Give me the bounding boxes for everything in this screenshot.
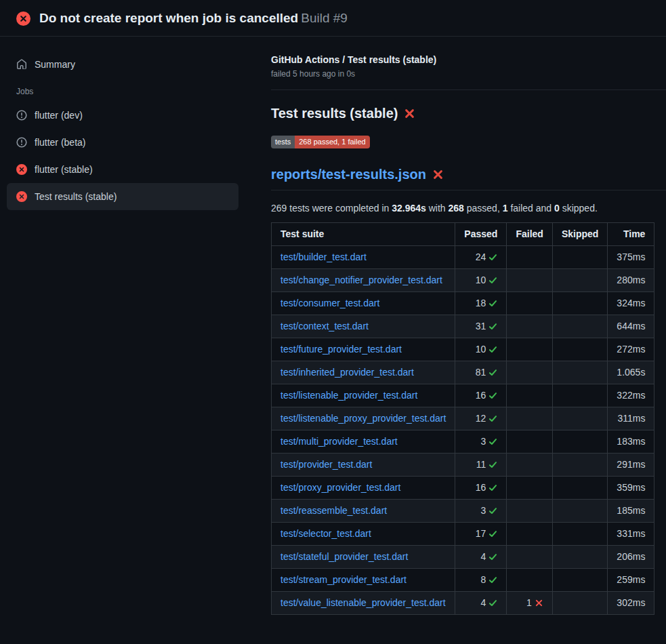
failed-cell [507, 430, 552, 454]
sidebar-item-summary[interactable]: Summary [7, 52, 238, 77]
suite-cell: test/selector_test.dart [272, 523, 455, 546]
skipped-cell [552, 246, 607, 269]
table-row: test/listenable_provider_test.dart16322m… [272, 384, 654, 407]
sidebar-item-label: Test results (stable) [35, 191, 117, 202]
skipped-cell [552, 569, 607, 592]
test-suite-link[interactable]: test/inherited_provider_test.dart [280, 367, 414, 378]
sidebar-item-flutter-dev[interactable]: flutter (dev) [7, 102, 238, 129]
test-suite-link[interactable]: test/stateful_provider_test.dart [280, 551, 408, 562]
sidebar-item-flutter-stable[interactable]: flutter (stable) [7, 156, 238, 183]
sidebar-item-test-results-stable[interactable]: Test results (stable) [7, 183, 238, 210]
passed-cell: 4 [455, 546, 507, 569]
passed-count: 10 [476, 275, 486, 285]
divider [271, 89, 666, 90]
failed-cell [507, 454, 552, 477]
badge-label: tests [271, 136, 295, 148]
table-row: test/inherited_provider_test.dart811.065… [272, 361, 654, 384]
table-row: test/proxy_provider_test.dart16359ms [272, 477, 654, 500]
test-suite-link[interactable]: test/listenable_proxy_provider_test.dart [280, 413, 446, 424]
badge-value: 268 passed, 1 failed [295, 136, 369, 148]
sidebar-item-flutter-beta[interactable]: flutter (beta) [7, 129, 238, 156]
failed-cell [507, 315, 552, 338]
time-cell: 644ms [608, 315, 654, 338]
summary-text: skipped. [560, 203, 598, 214]
failed-cell [507, 292, 552, 315]
skipped-cell [552, 269, 607, 292]
passed-cell: 17 [455, 523, 507, 546]
test-suite-link[interactable]: test/builder_test.dart [280, 251, 367, 262]
passed-cell: 12 [455, 407, 507, 430]
skipped-cell [552, 430, 607, 454]
summary-text: 269 tests were completed in [271, 203, 392, 214]
failed-cell [507, 269, 552, 292]
test-suite-link[interactable]: test/provider_test.dart [280, 459, 372, 470]
passed-count: 17 [476, 528, 486, 539]
summary-text: passed, [464, 203, 503, 214]
sidebar-item-label: flutter (beta) [35, 137, 85, 148]
table-row: test/multi_provider_test.dart3183ms [272, 430, 654, 454]
skipped-cell [552, 523, 607, 546]
suite-cell: test/stream_provider_test.dart [272, 569, 455, 592]
skipped-cell [552, 454, 607, 477]
build-number: Build #9 [301, 11, 348, 25]
passed-count: 31 [476, 321, 486, 331]
passed-count: 3 [481, 436, 486, 447]
test-suite-link[interactable]: test/future_provider_test.dart [280, 344, 402, 355]
sidebar-item-label: flutter (dev) [35, 110, 83, 121]
passed-count: 10 [476, 344, 486, 355]
skipped-cell [552, 338, 607, 361]
table-row: test/reassemble_test.dart3185ms [272, 500, 654, 523]
failed-cell [507, 546, 552, 569]
tests-badge: tests 268 passed, 1 failed [271, 136, 370, 148]
check-icon [488, 437, 497, 446]
suite-cell: test/provider_test.dart [272, 454, 455, 477]
check-icon [488, 599, 497, 607]
failed-cell [507, 569, 552, 592]
passed-count: 4 [481, 551, 486, 562]
passed-count: 16 [476, 390, 486, 401]
run-title: Do not create report when job is cancell… [39, 11, 298, 25]
test-suite-link[interactable]: test/value_listenable_provider_test.dart [280, 597, 446, 608]
time-cell: 311ms [608, 407, 654, 430]
column-header-time: Time [608, 223, 654, 246]
check-title: Test results (stable) [271, 106, 398, 121]
time-cell: 183ms [608, 430, 654, 454]
summary-text: with [426, 203, 449, 214]
passed-count: 12 [476, 413, 486, 424]
suite-cell: test/future_provider_test.dart [272, 338, 455, 361]
failed-x-icon [432, 169, 444, 180]
passed-cell: 16 [455, 384, 507, 407]
suite-cell: test/builder_test.dart [272, 246, 455, 269]
test-suite-link[interactable]: test/multi_provider_test.dart [280, 436, 398, 447]
suite-cell: test/proxy_provider_test.dart [272, 477, 455, 500]
report-link[interactable]: reports/test-results.json [271, 167, 426, 182]
check-icon [488, 576, 497, 584]
suite-cell: test/reassemble_test.dart [272, 500, 455, 523]
test-suite-link[interactable]: test/selector_test.dart [280, 528, 371, 539]
failed-cell [507, 361, 552, 384]
test-suite-link[interactable]: test/proxy_provider_test.dart [280, 482, 400, 493]
test-suite-link[interactable]: test/change_notifier_provider_test.dart [280, 275, 442, 285]
check-icon [488, 391, 497, 400]
passed-cell: 8 [455, 569, 507, 592]
test-suite-link[interactable]: test/stream_provider_test.dart [280, 574, 407, 585]
content-layout: Summary Jobs flutter (dev)flutter (beta)… [0, 37, 666, 615]
passed-cell: 11 [455, 454, 507, 477]
suite-cell: test/multi_provider_test.dart [272, 430, 455, 454]
passed-cell: 24 [455, 246, 507, 269]
passed-cell: 10 [455, 338, 507, 361]
summary-bold: 268 [449, 203, 464, 214]
check-icon [488, 276, 497, 285]
x-icon [535, 599, 543, 607]
test-suite-link[interactable]: test/context_test.dart [280, 321, 369, 331]
table-row: test/provider_test.dart11291ms [272, 454, 654, 477]
column-header-failed: Failed [507, 223, 552, 246]
suite-cell: test/stateful_provider_test.dart [272, 546, 455, 569]
time-cell: 291ms [608, 454, 654, 477]
test-suite-link[interactable]: test/listenable_provider_test.dart [280, 390, 417, 401]
failed-cell [507, 500, 552, 523]
test-suite-link[interactable]: test/consumer_test.dart [280, 298, 379, 308]
test-suite-link[interactable]: test/reassemble_test.dart [280, 505, 387, 516]
check-icon [488, 322, 497, 331]
failed-cell: 1 [507, 592, 552, 615]
